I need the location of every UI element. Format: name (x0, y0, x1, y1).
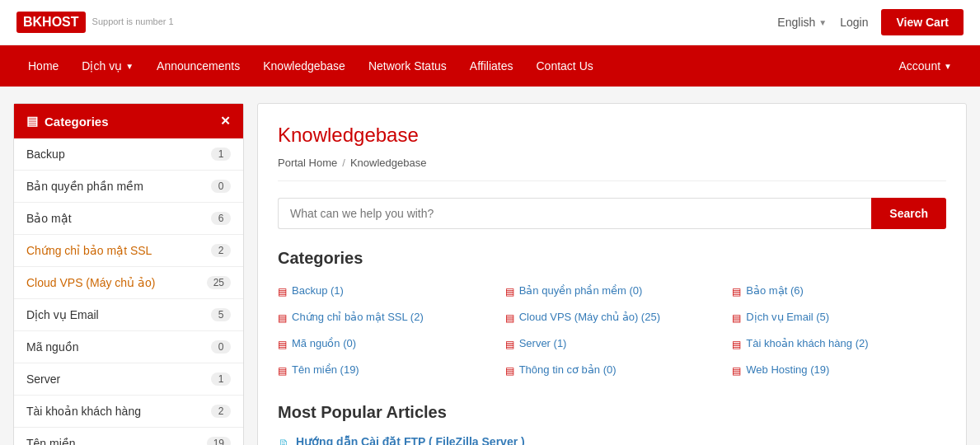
category-item-ban-quyen: ▤ Bản quyền phần mềm (0) (505, 281, 720, 301)
sidebar-item-label: Tên miền (26, 437, 76, 445)
popular-title: Most Popular Articles (278, 403, 946, 422)
category-link[interactable]: Bản quyền phần mềm (0) (519, 284, 643, 297)
nav-announcements[interactable]: Announcements (145, 45, 251, 87)
categories-grid: ▤ Backup (1) ▤ Bản quyền phần mềm (0) ▤ … (278, 281, 946, 380)
category-item-web-hosting: ▤ Web Hosting (19) (732, 360, 946, 380)
sidebar-item-email[interactable]: Dịch vụ Email 5 (14, 299, 243, 331)
list-icon: ▤ (732, 286, 741, 297)
search-area: Search (278, 198, 946, 229)
popular-item: 🗎 Hướng dẫn Cài đặt FTP ( FileZilla Serv… (278, 435, 946, 445)
sidebar-item-ssl[interactable]: Chứng chỉ bảo mật SSL 2 (14, 235, 243, 267)
sidebar-item-ten-mien[interactable]: Tên miền 19 (14, 428, 243, 445)
list-icon: ▤ (732, 312, 741, 324)
category-link[interactable]: Bảo mật (6) (746, 284, 803, 297)
sidebar-title: Categories (45, 115, 109, 129)
nav-network-status[interactable]: Network Status (357, 45, 458, 87)
category-item-thong-tin: ▤ Thông tin cơ bản (0) (505, 360, 720, 380)
sidebar-item-ban-quyen[interactable]: Bản quyền phần mềm 0 (14, 171, 243, 203)
category-item-bao-mat: ▤ Bảo mật (6) (732, 281, 946, 301)
category-link[interactable]: Cloud VPS (Máy chủ ảo) (25) (519, 311, 660, 323)
sidebar-header-icon-left: ▤ (26, 114, 38, 129)
sidebar-item-label: Backup (26, 148, 65, 161)
nav-dich-vu[interactable]: Dịch vụ ▼ (70, 45, 145, 87)
sidebar-item-cloud-vps[interactable]: Cloud VPS (Máy chủ ảo) 25 (14, 267, 243, 299)
nav-knowledgebase[interactable]: Knowledgebase (251, 45, 357, 87)
chevron-down-icon: ▼ (818, 18, 827, 27)
breadcrumb-current: Knowledgebase (350, 157, 427, 169)
main-layout: ▤ Categories ✕ Backup 1 Bản quyền phần m… (0, 103, 980, 445)
category-link[interactable]: Web Hosting (19) (746, 363, 829, 376)
list-icon: ▤ (732, 365, 741, 377)
sidebar-item-label: Bản quyền phần mềm (26, 180, 143, 193)
sidebar-item-tai-khoan[interactable]: Tài khoản khách hàng 2 (14, 396, 243, 428)
nav-contact-us[interactable]: Contact Us (525, 45, 605, 87)
category-link[interactable]: Dịch vụ Email (5) (746, 311, 829, 323)
sidebar-item-label: Bảo mật (26, 212, 72, 225)
account-label: Account (899, 59, 941, 73)
logo-area: BKHOST Support is number 1 (16, 12, 174, 33)
sidebar-header-icon-right[interactable]: ✕ (220, 114, 231, 129)
sidebar-item-backup[interactable]: Backup 1 (14, 138, 243, 171)
page-title: Knowledgebase (278, 124, 946, 147)
sidebar-header: ▤ Categories ✕ (14, 104, 243, 138)
sidebar-item-server[interactable]: Server 1 (14, 363, 243, 396)
category-item-tai-khoan: ▤ Tài khoản khách hàng (2) (732, 334, 946, 354)
top-bar: BKHOST Support is number 1 English ▼ Log… (0, 0, 980, 45)
category-item-server: ▤ Server (1) (505, 334, 720, 354)
category-link[interactable]: Thông tin cơ bản (0) (519, 363, 617, 376)
search-input[interactable] (278, 198, 871, 229)
nav-account[interactable]: Account ▼ (888, 45, 964, 87)
sidebar-item-count: 1 (211, 148, 231, 161)
sidebar-item-label: Server (26, 372, 60, 386)
category-link[interactable]: Tên miền (19) (292, 363, 359, 376)
category-item-ssl: ▤ Chứng chỉ bảo mật SSL (2) (278, 307, 492, 327)
category-item-ma-nguon: ▤ Mã nguồn (0) (278, 334, 492, 354)
popular-article: Hướng dẫn Cài đặt FTP ( FileZilla Server… (296, 435, 781, 445)
sidebar-item-bao-mat[interactable]: Bảo mật 6 (14, 203, 243, 235)
list-icon: ▤ (505, 339, 514, 350)
sidebar-item-count: 1 (211, 372, 231, 386)
sidebar-item-ma-nguon[interactable]: Mã nguồn 0 (14, 331, 243, 363)
nav-home[interactable]: Home (16, 45, 70, 87)
breadcrumb-separator: / (342, 157, 345, 169)
list-icon: ▤ (505, 286, 514, 297)
list-icon: ▤ (278, 286, 287, 297)
sidebar-item-label: Cloud VPS (Máy chủ ảo) (26, 276, 156, 289)
logo-tagline: Support is number 1 (92, 16, 174, 27)
sidebar-item-count: 5 (211, 308, 231, 321)
sidebar-item-label: Chứng chỉ bảo mật SSL (26, 244, 152, 257)
logo-box[interactable]: BKHOST (16, 12, 86, 33)
search-button[interactable]: Search (871, 198, 946, 229)
logo-bk: BK (23, 15, 42, 29)
sidebar-item-count: 2 (211, 405, 231, 418)
categories-title: Categories (278, 249, 946, 268)
category-link[interactable]: Backup (1) (292, 284, 344, 297)
logo-host: HOST (42, 15, 78, 29)
popular-article-link[interactable]: Hướng dẫn Cài đặt FTP ( FileZilla Server… (296, 435, 525, 445)
list-icon: ▤ (505, 312, 514, 324)
list-icon: ▤ (278, 339, 287, 350)
nav-affiliates[interactable]: Affiliates (458, 45, 525, 87)
category-link[interactable]: Tài khoản khách hàng (2) (746, 337, 868, 349)
category-link[interactable]: Mã nguồn (0) (292, 337, 356, 349)
sidebar-item-count: 0 (211, 180, 231, 193)
breadcrumb-home[interactable]: Portal Home (278, 157, 337, 169)
sidebar: ▤ Categories ✕ Backup 1 Bản quyền phần m… (13, 103, 244, 445)
sidebar-item-count: 6 (211, 212, 231, 225)
language-selector[interactable]: English ▼ (777, 16, 827, 29)
view-cart-button[interactable]: View Cart (881, 9, 964, 35)
list-icon: ▤ (732, 339, 741, 350)
document-icon: 🗎 (278, 437, 289, 445)
category-link[interactable]: Chứng chỉ bảo mật SSL (2) (292, 311, 424, 323)
category-item-cloud-vps: ▤ Cloud VPS (Máy chủ ảo) (25) (505, 307, 720, 327)
category-link[interactable]: Server (1) (519, 337, 567, 349)
sidebar-item-count: 25 (207, 276, 231, 289)
login-link[interactable]: Login (840, 16, 868, 29)
sidebar-item-label: Dịch vụ Email (26, 308, 99, 321)
sidebar-item-count: 19 (207, 437, 231, 445)
category-item-ten-mien: ▤ Tên miền (19) (278, 360, 492, 380)
chevron-down-icon: ▼ (125, 62, 134, 71)
list-icon: ▤ (505, 365, 514, 377)
sidebar-item-label: Tài khoản khách hàng (26, 405, 141, 418)
list-icon: ▤ (278, 365, 287, 377)
